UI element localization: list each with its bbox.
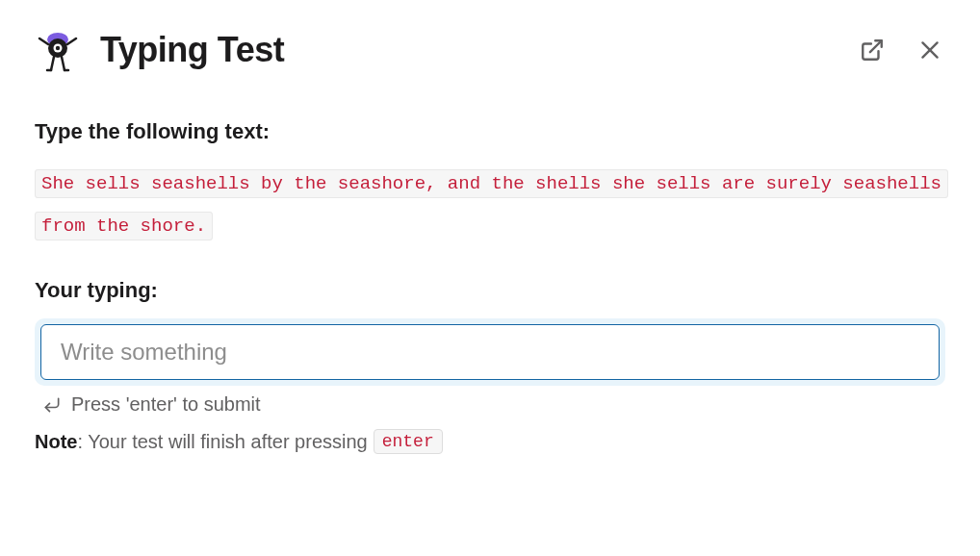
enter-key-icon [42, 395, 62, 415]
input-wrapper [35, 318, 945, 386]
prompt-label: Type the following text: [35, 119, 945, 144]
svg-point-3 [56, 46, 60, 50]
typing-input[interactable] [40, 324, 940, 380]
svg-line-7 [62, 57, 64, 70]
input-section: Your typing: Press 'enter' to submit Not… [35, 278, 945, 454]
hint-text: Press 'enter' to submit [71, 393, 261, 416]
close-icon[interactable] [915, 35, 945, 65]
external-link-icon[interactable] [857, 35, 888, 65]
svg-line-10 [870, 40, 882, 52]
app-icon [35, 27, 81, 73]
svg-line-4 [39, 38, 48, 44]
note-text: : Your test will finish after pressing [77, 431, 367, 452]
input-label: Your typing: [35, 278, 945, 303]
svg-line-6 [51, 57, 54, 70]
header-left: Typing Test [35, 27, 284, 73]
prompt-text-content: She sells seashells by the seashore, and… [35, 169, 948, 240]
modal-header: Typing Test [35, 27, 945, 73]
note-label: Note [35, 431, 77, 452]
typing-test-modal: Typing Test Type the following text: She… [0, 0, 980, 481]
enter-key-code: enter [374, 429, 443, 454]
header-right [857, 35, 945, 65]
note: Note: Your test will finish after pressi… [35, 429, 945, 454]
submit-hint: Press 'enter' to submit [42, 393, 945, 416]
svg-line-5 [67, 38, 76, 44]
modal-title: Typing Test [100, 30, 284, 70]
prompt-text: She sells seashells by the seashore, and… [35, 164, 945, 247]
prompt-section: Type the following text: She sells seash… [35, 119, 945, 247]
